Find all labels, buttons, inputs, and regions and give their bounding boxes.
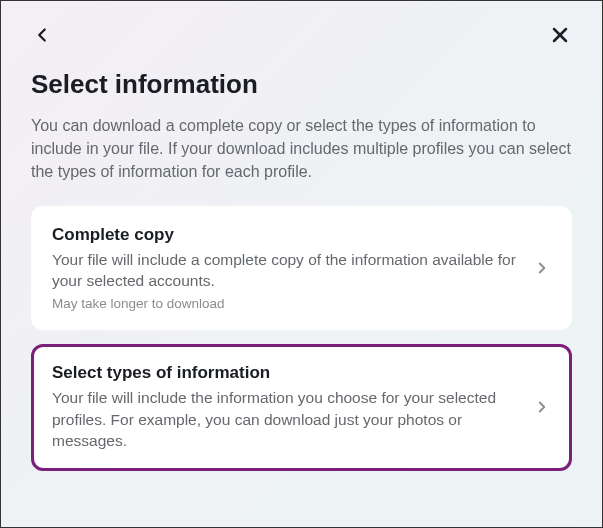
page-title: Select information <box>31 69 572 100</box>
modal-header <box>1 1 602 57</box>
modal-content: Select information You can download a co… <box>1 57 602 471</box>
chevron-right-icon <box>533 259 551 277</box>
close-button[interactable] <box>548 23 572 47</box>
page-description: You can download a complete copy or sele… <box>31 114 572 184</box>
option-description: Your file will include a complete copy o… <box>52 249 521 292</box>
option-content: Select types of information Your file wi… <box>52 363 533 452</box>
option-title: Select types of information <box>52 363 521 383</box>
modal-container: Select information You can download a co… <box>1 1 602 527</box>
option-content: Complete copy Your file will include a c… <box>52 225 533 311</box>
close-icon <box>548 23 572 47</box>
option-complete-copy[interactable]: Complete copy Your file will include a c… <box>31 206 572 330</box>
option-select-types[interactable]: Select types of information Your file wi… <box>31 344 572 471</box>
option-note: May take longer to download <box>52 296 521 311</box>
back-button[interactable] <box>31 24 53 46</box>
option-description: Your file will include the information y… <box>52 387 521 452</box>
chevron-left-icon <box>31 24 53 46</box>
option-title: Complete copy <box>52 225 521 245</box>
chevron-right-icon <box>533 398 551 416</box>
